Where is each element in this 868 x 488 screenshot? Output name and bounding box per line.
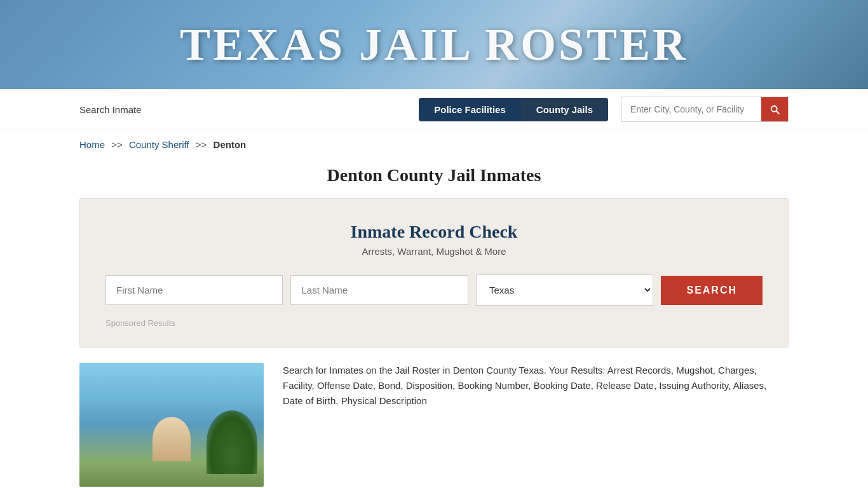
- police-facilities-button[interactable]: Police Facilities: [419, 98, 521, 121]
- last-name-input[interactable]: [290, 275, 468, 305]
- state-select[interactable]: AlabamaAlaskaArizonaArkansasCaliforniaCo…: [476, 274, 653, 306]
- tree-decoration: [207, 410, 257, 474]
- bottom-description: Search for Inmates on the Jail Roster in…: [283, 363, 789, 409]
- site-title: Texas Jail Roster: [180, 18, 688, 71]
- breadcrumb: Home >> County Sheriff >> Denton: [0, 130, 868, 159]
- navbar-search-label: Search Inmate: [79, 104, 406, 115]
- nav-buttons: Police Facilities County Jails: [419, 98, 608, 121]
- capitol-dome-decoration: [153, 417, 191, 461]
- breadcrumb-county-sheriff[interactable]: County Sheriff: [129, 139, 189, 150]
- record-search-button[interactable]: SEARCH: [661, 276, 763, 305]
- search-icon: [769, 104, 780, 115]
- sponsored-label: Sponsored Results: [105, 318, 763, 328]
- nav-search-input[interactable]: [621, 98, 761, 121]
- breadcrumb-home[interactable]: Home: [79, 139, 105, 150]
- county-jails-button[interactable]: County Jails: [521, 98, 608, 121]
- bottom-section: Search for Inmates on the Jail Roster in…: [0, 348, 868, 488]
- breadcrumb-sep2: >>: [196, 139, 207, 150]
- header-banner: Texas Jail Roster: [0, 0, 868, 89]
- breadcrumb-sep1: >>: [111, 139, 123, 150]
- record-check-title: Inmate Record Check: [105, 222, 763, 242]
- record-check-subtitle: Arrests, Warrant, Mugshot & More: [105, 246, 763, 257]
- breadcrumb-current: Denton: [214, 139, 247, 150]
- navbar: Search Inmate Police Facilities County J…: [0, 89, 868, 130]
- bottom-image: [79, 363, 264, 487]
- record-check-box: Inmate Record Check Arrests, Warrant, Mu…: [79, 198, 789, 348]
- nav-search-box: [621, 97, 789, 122]
- nav-search-button[interactable]: [761, 97, 788, 121]
- first-name-input[interactable]: [105, 275, 283, 305]
- record-check-form: AlabamaAlaskaArizonaArkansasCaliforniaCo…: [105, 274, 763, 306]
- page-title: Denton County Jail Inmates: [0, 159, 868, 198]
